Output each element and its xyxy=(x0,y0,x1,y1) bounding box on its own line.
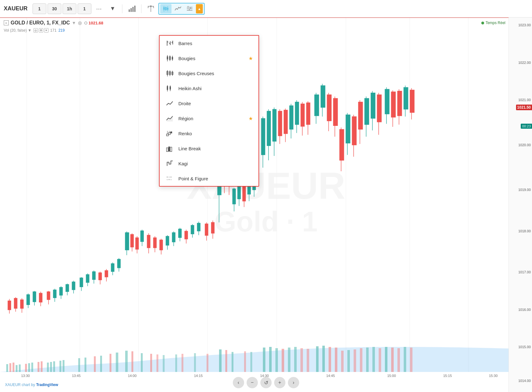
nav-reset-button[interactable]: ↺ xyxy=(260,377,272,388)
settings-dropdown[interactable]: ▼ xyxy=(72,20,76,25)
svg-rect-78 xyxy=(191,225,194,234)
svg-rect-108 xyxy=(278,111,282,136)
temps-reel: Temps Réel xyxy=(481,21,505,25)
time-1445: 14:45 xyxy=(326,374,335,378)
svg-rect-0 xyxy=(129,9,130,12)
chart-type-filter[interactable] xyxy=(184,4,195,13)
chart-type-line[interactable] xyxy=(172,4,183,13)
price-1014: 1014.00 xyxy=(518,379,531,383)
dropdown-item-renko[interactable]: Renko xyxy=(160,126,258,141)
svg-rect-112 xyxy=(289,106,293,129)
branding: XAUEUR chart by TradingView xyxy=(5,383,58,387)
eye-icon[interactable]: ◎ xyxy=(78,20,82,25)
svg-rect-175 xyxy=(150,354,152,372)
vol-eye-btn[interactable]: ◎ xyxy=(33,28,38,33)
ohlc-values: O 1021.68 xyxy=(84,21,103,25)
svg-rect-188 xyxy=(269,347,272,372)
svg-rect-200 xyxy=(347,350,350,372)
vol-close-btn[interactable]: ✕ xyxy=(44,28,49,33)
timeframe-1[interactable]: 1 xyxy=(33,3,46,14)
svg-rect-64 xyxy=(147,235,150,248)
svg-rect-233 xyxy=(166,134,168,136)
timeframe-1h[interactable]: 1h xyxy=(63,3,76,14)
kagi-icon xyxy=(165,160,174,167)
svg-rect-163 xyxy=(53,361,55,372)
svg-rect-126 xyxy=(333,98,338,126)
price-1022: 1022.00 xyxy=(518,61,531,64)
dropdown-item-kagi[interactable]: Kagi xyxy=(160,156,258,171)
svg-rect-12 xyxy=(167,8,168,10)
heikin-ashi-label: Heikin Ashi xyxy=(178,86,253,91)
svg-rect-195 xyxy=(316,346,319,372)
svg-rect-174 xyxy=(141,353,143,372)
svg-rect-196 xyxy=(322,346,325,372)
dropdown-item-bougies-creuses[interactable]: Bougies Creuses xyxy=(160,66,258,81)
svg-rect-38 xyxy=(66,284,69,291)
svg-rect-201 xyxy=(354,349,356,372)
dropdown-item-barres[interactable]: Barres xyxy=(160,36,258,51)
svg-rect-92 xyxy=(233,189,236,204)
vol-bar: Vol (20, false) ▼ ◎ ⚙ ✕ 171 219 xyxy=(4,28,65,33)
vol-label[interactable]: Vol (20, false) ▼ xyxy=(4,28,32,33)
bougies-creuses-icon xyxy=(165,70,174,77)
svg-rect-26 xyxy=(27,295,30,305)
svg-rect-155 xyxy=(19,364,21,372)
dropdown-item-heikin-ashi[interactable]: Heikin Ashi xyxy=(160,81,258,96)
more-button[interactable]: ⋯ xyxy=(93,3,105,14)
svg-rect-232 xyxy=(170,86,171,90)
svg-rect-203 xyxy=(366,348,369,372)
scale-button[interactable] xyxy=(145,3,157,14)
svg-rect-192 xyxy=(294,347,297,372)
time-1330: 13:30 xyxy=(21,374,30,378)
dropdown-item-region[interactable]: Région ★ xyxy=(160,111,258,126)
svg-rect-54 xyxy=(117,259,120,268)
vol-val2: 219 xyxy=(59,28,65,33)
dropdown-item-line-break[interactable]: Line Break xyxy=(160,141,258,156)
vol-gear-btn[interactable]: ⚙ xyxy=(39,28,43,33)
svg-rect-193 xyxy=(300,348,303,372)
bottom-nav: ‹ − ↺ + › xyxy=(233,377,299,388)
tradingview-link[interactable]: TradingView xyxy=(36,383,58,387)
svg-rect-42 xyxy=(80,278,83,287)
nav-next-button[interactable]: › xyxy=(288,377,299,388)
svg-text:○: ○ xyxy=(170,178,172,181)
dropdown-item-point-figure[interactable]: × ○ × ○ × ○ Point & Figure xyxy=(160,171,258,186)
price-1016: 1016.00 xyxy=(518,308,531,312)
chart-type-dropdown-arrow[interactable]: ▲ xyxy=(196,4,203,13)
svg-rect-76 xyxy=(185,231,188,239)
renko-label: Renko xyxy=(178,131,253,136)
open-label: O xyxy=(84,21,87,25)
time-1530: 15:30 xyxy=(489,374,498,378)
nav-plus-button[interactable]: + xyxy=(274,377,285,388)
svg-rect-104 xyxy=(267,111,271,146)
dropdown-item-bougies[interactable]: Bougies ★ xyxy=(160,51,258,66)
svg-rect-154 xyxy=(16,365,18,372)
dropdown-arrow-button[interactable]: ▼ xyxy=(106,3,119,14)
price-1017: 1017.00 xyxy=(518,270,531,274)
dropdown-item-droite[interactable]: Droite xyxy=(160,96,258,111)
svg-rect-234 xyxy=(168,133,170,135)
svg-rect-153 xyxy=(13,363,14,372)
timeframe-30[interactable]: 30 xyxy=(48,3,61,14)
region-icon xyxy=(165,115,174,122)
nav-minus-button[interactable]: − xyxy=(247,377,258,388)
svg-rect-132 xyxy=(352,116,356,145)
svg-rect-157 xyxy=(28,363,30,372)
kagi-label: Kagi xyxy=(178,161,253,166)
svg-rect-187 xyxy=(263,348,265,372)
nav-prev-button[interactable]: ‹ xyxy=(233,377,244,388)
svg-rect-84 xyxy=(211,222,214,233)
svg-rect-58 xyxy=(130,235,134,247)
chart-stats-button[interactable] xyxy=(125,3,138,14)
svg-rect-30 xyxy=(39,293,42,302)
timeframe-1b[interactable]: 1 xyxy=(78,3,91,14)
svg-rect-186 xyxy=(250,352,252,372)
collapse-icon[interactable]: − xyxy=(4,20,9,25)
svg-rect-56 xyxy=(125,233,129,250)
droite-icon xyxy=(165,100,174,107)
chart-type-candlestick[interactable] xyxy=(160,4,171,13)
svg-rect-34 xyxy=(53,290,56,298)
price-1019: 1019.00 xyxy=(518,188,531,192)
price-1015: 1015.00 xyxy=(518,345,531,349)
svg-rect-197 xyxy=(329,347,331,372)
